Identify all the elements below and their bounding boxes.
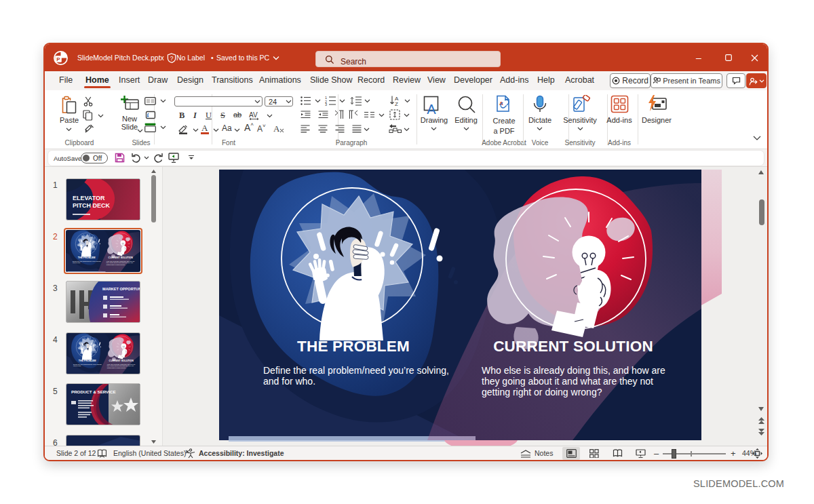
svg-text:PITCH DECK: PITCH DECK	[73, 202, 111, 209]
svg-text:?: ?	[170, 55, 174, 62]
svg-text:3: 3	[325, 102, 327, 106]
svg-text:AV: AV	[249, 111, 258, 119]
svg-text:P: P	[56, 56, 60, 62]
svg-text:ELEVATOR: ELEVATOR	[73, 195, 105, 201]
svg-text:Z: Z	[395, 101, 398, 106]
svg-text:A: A	[427, 102, 436, 115]
svg-text:MARKET OPPORTUNITIE: MARKET OPPORTUNITIE	[102, 287, 140, 291]
svg-text:A: A	[273, 123, 280, 134]
svg-text:PRODUCT & SERVICE: PRODUCT & SERVICE	[71, 389, 116, 394]
